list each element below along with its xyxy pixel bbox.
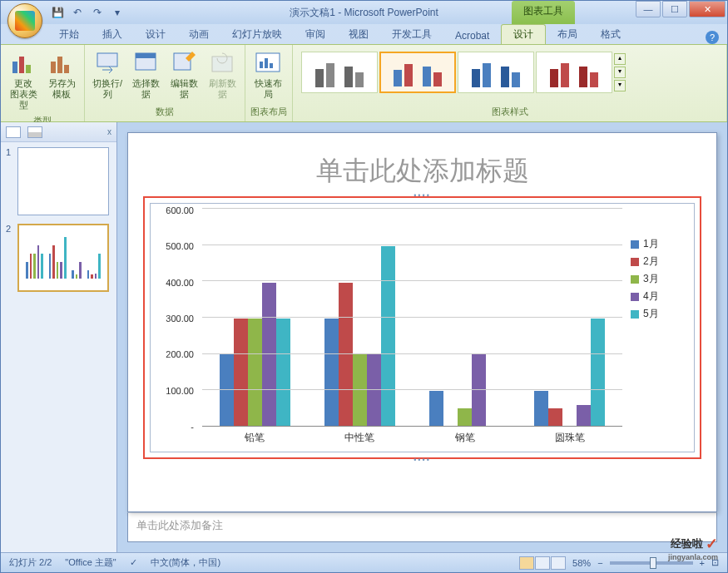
switch-row-col-button[interactable]: 切换行/列: [90, 48, 125, 101]
data-bar[interactable]: [220, 354, 234, 427]
data-bar[interactable]: [472, 354, 486, 427]
select-data-label: 选择数据: [130, 78, 161, 100]
sorter-view-button[interactable]: [535, 556, 550, 570]
notes-placeholder[interactable]: 单击此处添加备注: [127, 512, 717, 542]
maximize-button[interactable]: ☐: [662, 1, 687, 17]
legend-item[interactable]: 4月: [631, 289, 687, 304]
data-bar[interactable]: [429, 391, 443, 427]
legend-item[interactable]: 2月: [631, 254, 687, 269]
ribbon: 更改 图表类型 另存为 模板 类型 切换行/列 选择数据: [1, 44, 727, 122]
tab-insert[interactable]: 插入: [91, 25, 134, 44]
data-bar[interactable]: [534, 391, 548, 427]
save-template-button[interactable]: 另存为 模板: [44, 48, 79, 101]
tab-developer[interactable]: 开发工具: [380, 25, 443, 44]
watermark-text: 经验啦: [671, 536, 703, 551]
qat-dropdown-icon[interactable]: ▾: [109, 4, 126, 21]
slide-canvas[interactable]: 单击此处添加标题 -100.00200.00300.00400.00500.00…: [127, 132, 717, 512]
language-indicator[interactable]: 中文(简体，中国): [151, 556, 220, 569]
thumb-slide-1[interactable]: [17, 147, 109, 215]
close-button[interactable]: ✕: [689, 1, 726, 17]
ribbon-group-layout: 快速布局 图表布局: [245, 45, 293, 121]
chart-legend[interactable]: 1月2月3月4月5月: [631, 204, 694, 452]
title-placeholder[interactable]: 单击此处添加标题: [143, 143, 701, 196]
undo-icon[interactable]: ↶: [69, 4, 86, 21]
chart-selection-box[interactable]: -100.00200.00300.00400.00500.00600.00 铅笔…: [143, 196, 701, 459]
thumbnail-2[interactable]: 2: [6, 224, 111, 292]
office-button[interactable]: [7, 3, 42, 38]
spell-check-icon[interactable]: ✓: [130, 557, 137, 568]
change-chart-type-button[interactable]: 更改 图表类型: [6, 48, 41, 113]
tab-review[interactable]: 审阅: [294, 25, 337, 44]
tab-design[interactable]: 设计: [134, 25, 177, 44]
legend-item[interactable]: 3月: [631, 272, 687, 286]
slides-tab-icon[interactable]: [6, 126, 21, 138]
save-icon[interactable]: 💾: [49, 4, 66, 21]
edit-data-button[interactable]: 编辑数据: [166, 48, 201, 101]
data-bar[interactable]: [248, 319, 262, 427]
data-bar[interactable]: [234, 319, 248, 427]
view-buttons: [519, 556, 566, 570]
quick-access-toolbar: 💾 ↶ ↷ ▾: [49, 4, 126, 21]
category-group: 中性笔: [307, 210, 412, 427]
data-bar[interactable]: [353, 354, 367, 427]
data-bar[interactable]: [276, 319, 290, 427]
tab-acrobat[interactable]: Acrobat: [443, 27, 501, 44]
tab-chart-format[interactable]: 格式: [589, 25, 632, 44]
tab-chart-design[interactable]: 设计: [501, 24, 546, 44]
theme-name: "Office 主题": [65, 556, 116, 569]
zoom-thumb[interactable]: [650, 557, 656, 569]
chart-style-2[interactable]: [379, 52, 456, 93]
grid-line: [202, 245, 622, 245]
tab-animation[interactable]: 动画: [177, 25, 220, 44]
statusbar: 幻灯片 2/2 "Office 主题" ✓ 中文(简体，中国) 58% − + …: [1, 552, 727, 572]
redo-icon[interactable]: ↷: [89, 4, 106, 21]
data-bar[interactable]: [458, 408, 472, 427]
zoom-out-button[interactable]: −: [597, 558, 602, 568]
data-bar[interactable]: [591, 319, 605, 427]
plot-area[interactable]: -100.00200.00300.00400.00500.00600.00 铅笔…: [151, 204, 631, 452]
gallery-scroll[interactable]: ▴ ▾ ▾: [614, 53, 626, 91]
data-bar[interactable]: [339, 283, 353, 427]
zoom-level[interactable]: 58%: [572, 558, 591, 568]
gallery-down-icon[interactable]: ▾: [614, 67, 626, 78]
data-bar[interactable]: [548, 408, 562, 427]
editor-area: 单击此处添加标题 -100.00200.00300.00400.00500.00…: [117, 122, 727, 552]
svg-rect-4: [57, 57, 62, 73]
panel-close-icon[interactable]: x: [107, 127, 111, 136]
chart-object[interactable]: -100.00200.00300.00400.00500.00600.00 铅笔…: [150, 203, 695, 452]
change-chart-type-label: 更改 图表类型: [7, 78, 39, 111]
zoom-slider[interactable]: [610, 561, 693, 565]
chart-style-3[interactable]: [458, 52, 534, 93]
chart-style-1[interactable]: [301, 52, 378, 93]
minimize-button[interactable]: —: [636, 1, 661, 17]
tab-home[interactable]: 开始: [47, 25, 91, 44]
data-bar[interactable]: [367, 354, 381, 427]
gallery-more-icon[interactable]: ▾: [614, 80, 626, 91]
outline-tab-icon[interactable]: [27, 126, 42, 138]
tab-chart-layout[interactable]: 布局: [546, 25, 589, 44]
svg-rect-5: [64, 65, 69, 73]
data-bar[interactable]: [577, 405, 591, 427]
data-bar[interactable]: [324, 319, 339, 427]
y-tick-label: 300.00: [166, 314, 194, 324]
watermark: 经验啦 ✓ jingyanla.com: [671, 535, 718, 553]
refresh-data-button[interactable]: 刷新数据: [205, 48, 240, 101]
data-bar[interactable]: [381, 246, 395, 427]
thumb-slide-2[interactable]: [17, 224, 109, 292]
quick-layout-button[interactable]: 快速布局: [250, 48, 285, 101]
chart-style-4[interactable]: [536, 52, 612, 93]
y-axis: -100.00200.00300.00400.00500.00600.00: [151, 210, 199, 427]
tab-slideshow[interactable]: 幻灯片放映: [220, 25, 294, 44]
slideshow-view-button[interactable]: [551, 556, 566, 570]
thumbnail-1[interactable]: 1: [6, 147, 111, 215]
help-icon[interactable]: ?: [706, 31, 719, 44]
data-bar[interactable]: [262, 283, 276, 427]
gallery-up-icon[interactable]: ▴: [614, 53, 626, 65]
legend-item[interactable]: 5月: [631, 307, 687, 321]
tab-view[interactable]: 视图: [337, 25, 380, 44]
legend-label: 4月: [643, 289, 659, 304]
legend-item[interactable]: 1月: [631, 237, 687, 251]
svg-rect-3: [51, 62, 56, 73]
select-data-button[interactable]: 选择数据: [128, 48, 163, 101]
normal-view-button[interactable]: [519, 556, 534, 570]
